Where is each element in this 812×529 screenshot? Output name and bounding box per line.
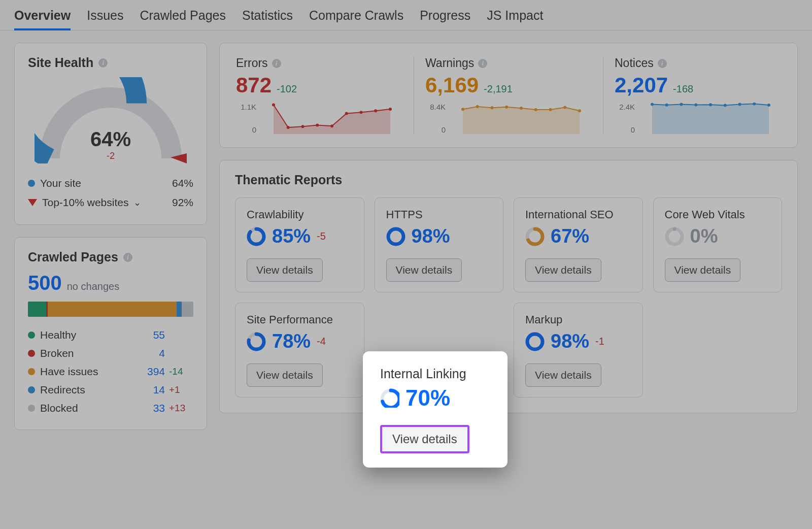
donut-icon [665, 227, 684, 246]
svg-point-6 [345, 112, 348, 115]
crawled-row-value: 33 [141, 402, 165, 414]
donut-icon [247, 332, 266, 351]
thematic-reports-card: Thematic Reports Crawlability 85% -5 Vie… [219, 160, 798, 413]
info-icon[interactable]: i [658, 59, 667, 68]
tab-overview[interactable]: Overview [14, 8, 71, 30]
tab-compare-crawls[interactable]: Compare Crawls [309, 8, 403, 30]
highlight-percent: 70% [405, 385, 450, 411]
errors-ymin: 0 [236, 125, 256, 134]
info-icon[interactable]: i [123, 253, 132, 262]
crawled-row[interactable]: Blocked33+13 [28, 399, 193, 417]
crawled-pages-card: Crawled Pages i 500 no changes Healthy55… [14, 237, 207, 430]
notices-ymax: 2.4K [615, 103, 635, 111]
tab-issues[interactable]: Issues [87, 8, 123, 30]
dot-icon [28, 350, 35, 357]
svg-point-31 [388, 229, 403, 244]
view-details-button[interactable]: View details [665, 258, 741, 282]
crawled-row[interactable]: Redirects14+1 [28, 381, 193, 399]
svg-point-18 [578, 109, 581, 112]
view-details-button[interactable]: View details [247, 258, 323, 282]
svg-point-25 [738, 103, 741, 106]
errors-value[interactable]: 872 [236, 73, 272, 97]
warnings-delta: -2,191 [484, 83, 513, 95]
tab-statistics[interactable]: Statistics [242, 8, 293, 30]
view-details-button[interactable]: View details [386, 258, 462, 282]
svg-point-16 [549, 108, 552, 111]
tab-crawled-pages[interactable]: Crawled Pages [140, 8, 226, 30]
report-card-international-seo: International SEO 67% View details [514, 197, 643, 292]
crawled-row[interactable]: Healthy55 [28, 326, 193, 344]
site-health-percent: 64% [90, 128, 131, 151]
svg-point-27 [767, 104, 770, 107]
svg-point-14 [520, 107, 523, 110]
donut-icon [386, 227, 405, 246]
view-details-button[interactable]: View details [247, 363, 323, 387]
svg-point-17 [563, 106, 566, 109]
view-details-button[interactable]: View details [380, 425, 469, 453]
svg-point-20 [665, 104, 668, 107]
warnings-card: Warningsi 6,169 -2,191 8.4K0 [414, 56, 603, 134]
notices-delta: -168 [673, 83, 693, 95]
report-delta: -5 [317, 230, 326, 242]
report-percent: 67% [551, 225, 589, 247]
crawled-bar-segment [28, 302, 46, 317]
svg-point-11 [476, 105, 479, 108]
view-details-button[interactable]: View details [525, 258, 601, 282]
errors-ymax: 1.1K [236, 103, 256, 111]
crawled-row-value: 4 [141, 347, 165, 359]
donut-icon [247, 227, 266, 246]
tabs-bar: OverviewIssuesCrawled PagesStatisticsCom… [0, 0, 812, 30]
svg-point-13 [505, 106, 508, 109]
crawled-total[interactable]: 500 [28, 272, 62, 294]
svg-point-10 [461, 108, 464, 111]
report-title: International SEO [525, 208, 631, 221]
top-metrics-card: Errorsi 872 -102 1.1K0 Warningsi 6,169 -… [219, 43, 798, 148]
tab-progress[interactable]: Progress [420, 8, 470, 30]
svg-point-19 [651, 103, 654, 106]
warnings-value[interactable]: 6,169 [425, 73, 479, 97]
site-health-title: Site Health [28, 55, 93, 70]
svg-point-7 [360, 111, 363, 114]
crawled-row[interactable]: Broken4 [28, 344, 193, 362]
errors-delta: -102 [277, 83, 297, 95]
info-icon[interactable]: i [478, 59, 487, 68]
dot-icon [28, 180, 35, 187]
svg-point-9 [389, 108, 392, 111]
svg-point-24 [724, 104, 727, 107]
report-card-markup: Markup 98% -1 View details [514, 303, 643, 398]
errors-title: Errors [236, 56, 268, 70]
crawled-bar-segment [48, 302, 177, 317]
donut-icon [525, 332, 545, 351]
info-icon[interactable]: i [272, 59, 281, 68]
legend-label: Top-10% websites [42, 196, 128, 209]
info-icon[interactable]: i [98, 58, 108, 68]
legend-value: 92% [172, 196, 193, 209]
errors-card: Errorsi 872 -102 1.1K0 [225, 56, 414, 134]
highlight-title: Internal Linking [380, 367, 490, 381]
chevron-down-icon[interactable]: ⌄ [133, 197, 141, 208]
notices-value[interactable]: 2,207 [615, 73, 668, 97]
report-delta: -4 [317, 336, 326, 347]
svg-point-1 [272, 104, 275, 107]
svg-point-22 [694, 103, 697, 106]
triangle-down-icon [28, 199, 37, 206]
tab-js-impact[interactable]: JS Impact [487, 8, 543, 30]
svg-point-5 [330, 124, 333, 127]
report-title: Core Web Vitals [665, 208, 771, 221]
legend-value: 64% [172, 177, 193, 189]
report-title: Crawlability [247, 208, 353, 221]
notices-sparkline [640, 103, 781, 134]
view-details-button[interactable]: View details [525, 363, 601, 387]
site-health-legend-row[interactable]: Top-10% websites⌄92% [28, 193, 193, 212]
crawled-row[interactable]: Have issues394-14 [28, 362, 193, 381]
warnings-title: Warnings [425, 56, 474, 70]
svg-point-3 [301, 125, 304, 128]
warnings-ymin: 0 [425, 125, 446, 134]
crawled-row-label: Blocked [40, 402, 78, 414]
warnings-ymax: 8.4K [425, 103, 446, 111]
report-percent: 98% [551, 330, 589, 352]
crawled-row-label: Have issues [40, 366, 98, 378]
svg-point-34 [667, 229, 682, 244]
notices-card: Noticesi 2,207 -168 2.4K0 [603, 56, 792, 134]
report-title: Site Performance [247, 313, 353, 326]
